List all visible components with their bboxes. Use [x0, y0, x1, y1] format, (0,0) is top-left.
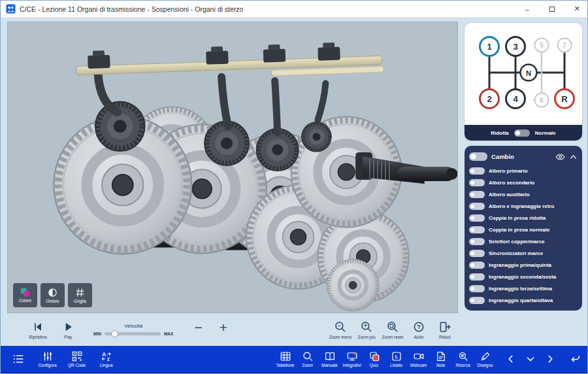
- maximize-icon: [549, 7, 555, 12]
- minimize-button[interactable]: –: [517, 1, 538, 18]
- menu-button[interactable]: [7, 352, 29, 366]
- zoom-in-button[interactable]: + Zoom più: [353, 320, 380, 339]
- collapse-toolbar-button[interactable]: [523, 350, 538, 368]
- speed-slider-knob[interactable]: [111, 330, 118, 337]
- menu-list-icon: [12, 352, 25, 366]
- quiz-label: Quiz: [370, 363, 378, 367]
- svg-text:A: A: [102, 352, 106, 358]
- ridotta-label: Ridotta: [491, 130, 509, 136]
- maximize-button[interactable]: [542, 1, 563, 18]
- shadows-button[interactable]: Ombre: [41, 283, 65, 307]
- layer-toggle[interactable]: [469, 203, 485, 210]
- note-icon: [435, 350, 447, 362]
- play-label: Play: [64, 335, 73, 339]
- toolbar-integrativi[interactable]: Integrativi: [341, 350, 363, 367]
- toolbar-zoom[interactable]: Zoom: [297, 350, 318, 367]
- decrease-button[interactable]: −: [194, 320, 202, 335]
- zoom-label: Zoom: [302, 363, 313, 367]
- viewport-buttons: Colore Ombre Griglia: [13, 283, 92, 307]
- next-button[interactable]: [543, 350, 557, 368]
- minimize-panel-button[interactable]: Riduci: [432, 320, 458, 339]
- chevron-right-icon: [545, 354, 555, 364]
- monitor-icon: [346, 350, 358, 362]
- app-window: C/CE - Lezione 11 Organi di trasmissione…: [0, 0, 588, 374]
- toolbar-lingua[interactable]: A Z Lingua: [95, 350, 117, 367]
- board-grid-icon: [280, 350, 291, 362]
- toolbar-manuale[interactable]: Manuale: [319, 350, 340, 367]
- gearbox-3d-model[interactable]: [8, 22, 457, 313]
- color-button[interactable]: Colore: [13, 283, 37, 307]
- layer-toggle[interactable]: [469, 226, 485, 233]
- shadows-button-label: Ombre: [46, 299, 59, 303]
- translate-icon: A Z: [101, 350, 112, 362]
- back-button[interactable]: [568, 350, 582, 368]
- grid-icon: [75, 288, 85, 298]
- toolbar-listato[interactable]: L Listato: [385, 350, 407, 367]
- toolbar-webcam[interactable]: Webcam: [408, 350, 429, 367]
- lingua-label: Lingua: [100, 363, 113, 367]
- layer-label: Albero ausiliario: [489, 192, 530, 197]
- layer-toggle[interactable]: [469, 285, 485, 292]
- shift-pattern-diagram: 1 3 5 7 N 2 4 6: [465, 23, 582, 122]
- range-selector: Ridotta Normale: [465, 125, 582, 141]
- layer-toggle[interactable]: [469, 179, 485, 186]
- color-button-label: Colore: [19, 298, 31, 303]
- layer-row: Sincronizzatori marce: [469, 247, 578, 259]
- increase-button[interactable]: +: [220, 320, 227, 335]
- grid-button[interactable]: Griglia: [68, 283, 92, 307]
- svg-text:Z: Z: [106, 357, 109, 362]
- zoom-reset-button[interactable]: Zoom reset: [380, 320, 406, 339]
- zoom-out-button[interactable]: − Zoom meno: [327, 320, 353, 339]
- bottom-toolbar: Configura QR Code A Z Lingua: [1, 346, 587, 372]
- toolbar-disegno[interactable]: Disegno: [474, 350, 496, 367]
- integrativi-label: Integrativi: [342, 363, 361, 367]
- layer-toggle[interactable]: [469, 214, 485, 222]
- layer-toggle[interactable]: [469, 262, 485, 269]
- layer-toggle[interactable]: [469, 167, 485, 175]
- search-icon: [457, 350, 469, 362]
- close-button[interactable]: ✕: [566, 1, 587, 18]
- cambio-master-toggle[interactable]: [469, 152, 487, 161]
- layer-row: Ingranaggio seconda/sesta: [469, 271, 578, 282]
- range-toggle[interactable]: [514, 129, 530, 137]
- layer-toggle[interactable]: [469, 238, 485, 245]
- listato-icon: L: [391, 350, 402, 362]
- restart-button[interactable]: Ripristina: [23, 320, 53, 339]
- toolbar-note[interactable]: Note: [430, 350, 451, 367]
- gear-n-label: N: [526, 69, 531, 77]
- ricerca-label: Ricerca: [455, 363, 470, 367]
- toolbar-tabellone[interactable]: Tabellone: [274, 350, 296, 367]
- toolbar-configura[interactable]: Configura: [37, 350, 58, 367]
- layer-row: Ingranaggio terza/settima: [469, 282, 578, 294]
- toolbar-quiz[interactable]: Quiz: [363, 350, 385, 367]
- layer-toggle[interactable]: [469, 250, 485, 257]
- prev-button[interactable]: [504, 350, 518, 368]
- toolbar-ricerca[interactable]: Ricerca: [452, 350, 474, 367]
- 3d-viewport[interactable]: Colore Ombre Griglia: [7, 22, 458, 313]
- webcam-icon: [413, 350, 425, 362]
- layer-toggle[interactable]: [469, 273, 485, 280]
- gear-4-label: 4: [513, 94, 518, 104]
- sliders-icon: [42, 350, 54, 362]
- gear-5-label: 5: [540, 42, 544, 49]
- grid-button-label: Griglia: [74, 299, 86, 303]
- minimize-panel-label: Riduci: [439, 335, 451, 339]
- listato-label: Listato: [390, 363, 402, 367]
- layer-toggle[interactable]: [469, 191, 485, 198]
- speed-slider[interactable]: [105, 332, 161, 335]
- cambio-panel: Cambio Albero primario Albero secondario…: [465, 146, 582, 311]
- help-button[interactable]: ? Aiuto: [406, 320, 432, 339]
- qr-code-icon: [71, 350, 83, 362]
- collapse-chevron-icon[interactable]: [569, 154, 578, 160]
- play-button[interactable]: Play: [53, 320, 83, 339]
- layer-row: Albero primario: [469, 165, 578, 177]
- webcam-label: Webcam: [410, 363, 427, 367]
- manuale-label: Manuale: [321, 363, 338, 367]
- shadows-icon: [48, 288, 57, 298]
- eye-icon[interactable]: [555, 153, 565, 161]
- layer-toggle[interactable]: [469, 297, 485, 304]
- configura-label: Configura: [38, 363, 56, 367]
- help-label: Aiuto: [414, 335, 424, 339]
- layer-row: Coppia in presa ridotta: [469, 212, 578, 224]
- toolbar-qr-code[interactable]: QR Code: [66, 350, 88, 367]
